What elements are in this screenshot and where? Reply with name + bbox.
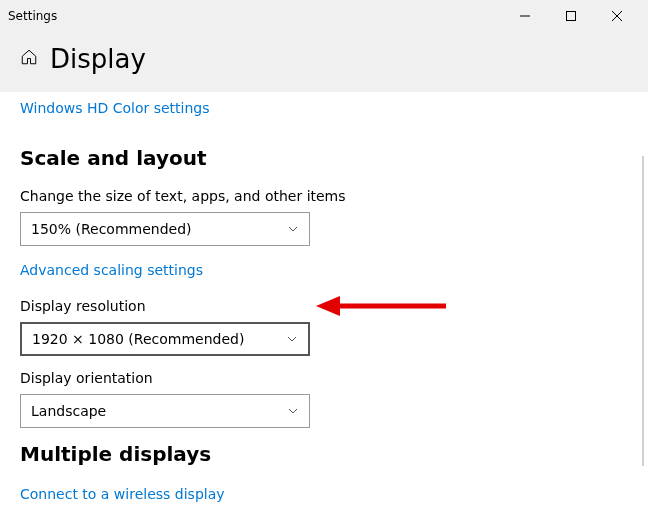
scrollbar[interactable] bbox=[642, 156, 644, 466]
page-header: Display bbox=[0, 32, 648, 92]
advanced-scaling-link[interactable]: Advanced scaling settings bbox=[20, 262, 203, 278]
app-title: Settings bbox=[8, 9, 502, 23]
orientation-value: Landscape bbox=[31, 403, 287, 419]
maximize-icon bbox=[566, 11, 576, 21]
svg-rect-1 bbox=[567, 12, 576, 21]
resolution-value: 1920 × 1080 (Recommended) bbox=[32, 331, 286, 347]
resolution-label: Display resolution bbox=[20, 298, 628, 314]
chevron-down-icon bbox=[287, 223, 299, 235]
orientation-label: Display orientation bbox=[20, 370, 628, 386]
scale-dropdown[interactable]: 150% (Recommended) bbox=[20, 212, 310, 246]
hd-color-link[interactable]: Windows HD Color settings bbox=[20, 100, 210, 116]
close-icon bbox=[612, 11, 622, 21]
home-icon[interactable] bbox=[20, 48, 38, 70]
page-title: Display bbox=[50, 44, 146, 74]
window-controls bbox=[502, 0, 640, 32]
scale-value: 150% (Recommended) bbox=[31, 221, 287, 237]
resolution-dropdown[interactable]: 1920 × 1080 (Recommended) bbox=[20, 322, 310, 356]
chevron-down-icon bbox=[287, 405, 299, 417]
wireless-display-link[interactable]: Connect to a wireless display bbox=[20, 486, 225, 502]
orientation-dropdown[interactable]: Landscape bbox=[20, 394, 310, 428]
titlebar: Settings bbox=[0, 0, 648, 32]
maximize-button[interactable] bbox=[548, 0, 594, 32]
section-multiple-displays: Multiple displays bbox=[20, 442, 628, 466]
scale-label: Change the size of text, apps, and other… bbox=[20, 188, 628, 204]
minimize-button[interactable] bbox=[502, 0, 548, 32]
chevron-down-icon bbox=[286, 333, 298, 345]
content-area: Windows HD Color settings Scale and layo… bbox=[0, 92, 648, 520]
close-button[interactable] bbox=[594, 0, 640, 32]
section-scale-layout: Scale and layout bbox=[20, 146, 628, 170]
minimize-icon bbox=[520, 11, 530, 21]
